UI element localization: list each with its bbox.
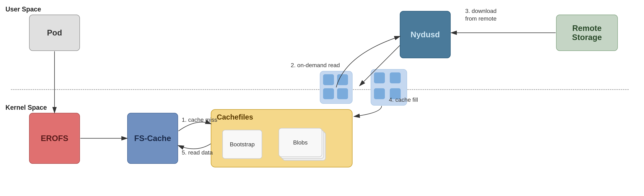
fuse-square-7	[374, 88, 385, 99]
erofs-box: EROFS	[29, 113, 80, 164]
step3-label: 3. download from remote	[465, 7, 497, 22]
fscache-box: FS-Cache	[127, 113, 178, 164]
cachefiles-to-fscache-arrow	[178, 144, 211, 149]
user-space-label: User Space	[6, 6, 41, 13]
step1-label: 1. cache miss	[182, 116, 217, 123]
step5-label: 5. read data	[182, 149, 213, 156]
nydusd-box: Nydusd	[400, 11, 451, 58]
fuse-square-1	[323, 74, 334, 85]
fuse-square-5	[374, 72, 385, 83]
fuse-right-to-cachefiles-arrow	[354, 106, 382, 116]
step4-label: 4. cache fill	[389, 96, 418, 103]
fscache-to-cachefiles-arrow	[178, 122, 211, 131]
blobs-front: Blobs	[278, 128, 322, 157]
step2-label: 2. on-demand read	[291, 62, 340, 69]
fuse-square-4	[337, 88, 348, 99]
fuse-left-box	[320, 71, 352, 104]
cachefiles-container: Cachefiles Bootstrap Blobs	[211, 109, 352, 167]
kernel-space-label: Kernel Space	[6, 104, 47, 111]
remote-storage-box: Remote Storage	[556, 15, 618, 51]
fuse-square-3	[323, 88, 334, 99]
cachefiles-title: Cachefiles	[217, 113, 253, 121]
pod-box: Pod	[29, 15, 80, 51]
bootstrap-box: Bootstrap	[222, 130, 262, 159]
diagram-container: User Space Kernel Space Pod EROFS FS-Cac…	[0, 0, 644, 196]
fuse-square-6	[390, 72, 401, 83]
fuse-square-2	[337, 74, 348, 85]
